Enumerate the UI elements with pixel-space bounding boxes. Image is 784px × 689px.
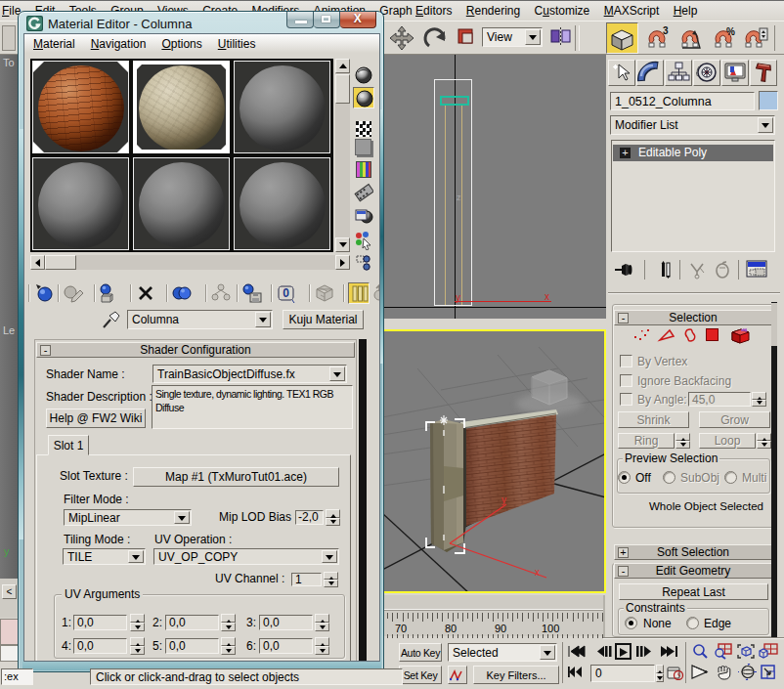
svg-text:0: 0 [283,286,289,300]
svg-text:x: x [535,567,540,578]
svg-text:y: y [501,495,506,505]
svg-text:%: % [726,26,735,37]
svg-text:3: 3 [663,25,669,36]
